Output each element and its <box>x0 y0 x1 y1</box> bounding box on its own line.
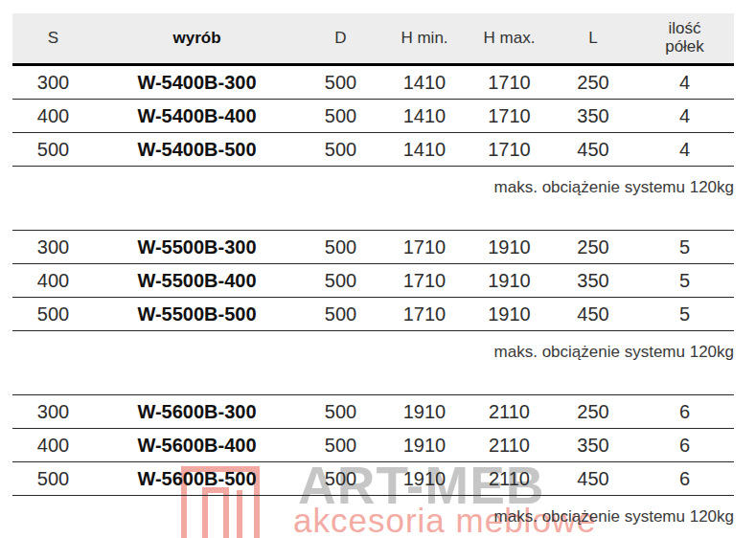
cell-shelves: 6 <box>635 468 734 489</box>
cell-shelves: 5 <box>635 270 734 291</box>
cell-product: W-5600B-400 <box>94 435 300 456</box>
cell-d: 500 <box>300 468 381 489</box>
cell-s: 500 <box>12 139 94 160</box>
cell-d: 500 <box>300 435 381 456</box>
cell-l: 250 <box>551 72 635 93</box>
cell-hmin: 1910 <box>381 468 468 489</box>
cell-s: 500 <box>12 303 94 325</box>
table-content: S wyrób D H min. H max. L ilość półek 30… <box>0 0 756 528</box>
cell-s: 500 <box>12 468 94 489</box>
cell-product: W-5600B-300 <box>94 401 300 422</box>
cell-hmin: 1410 <box>381 72 468 93</box>
cell-hmax: 1910 <box>468 303 551 325</box>
table-row: 400 W-5600B-400 500 1910 2110 350 6 <box>12 429 734 462</box>
cell-d: 500 <box>300 401 381 422</box>
cell-shelves: 5 <box>635 236 734 258</box>
cell-l: 450 <box>551 468 635 489</box>
cell-l: 350 <box>551 105 635 126</box>
cell-shelves: 4 <box>635 139 734 160</box>
col-header-shelves: ilość półek <box>635 20 734 56</box>
cell-d: 500 <box>300 236 381 258</box>
spec-table: S wyrób D H min. H max. L ilość półek 30… <box>12 13 734 528</box>
cell-product: W-5400B-500 <box>94 139 300 160</box>
cell-hmin: 1710 <box>381 303 468 325</box>
cell-shelves: 6 <box>635 435 734 456</box>
table-group-5400: 300 W-5400B-300 500 1410 1710 250 4 400 … <box>12 66 734 167</box>
cell-product: W-5400B-300 <box>94 72 300 93</box>
cell-hmin: 1410 <box>381 139 468 160</box>
cell-l: 350 <box>551 435 635 456</box>
cell-product: W-5600B-500 <box>94 468 300 489</box>
table-row: 400 W-5400B-400 500 1410 1710 350 4 <box>12 100 734 133</box>
table-row: 500 W-5500B-500 500 1710 1910 450 5 <box>12 298 734 331</box>
cell-d: 500 <box>300 270 381 291</box>
cell-d: 500 <box>300 303 381 325</box>
table-row: 400 W-5500B-400 500 1710 1910 350 5 <box>12 264 734 298</box>
cell-product: W-5500B-500 <box>94 303 300 325</box>
cell-hmin: 1710 <box>381 236 468 258</box>
cell-shelves: 4 <box>635 105 734 126</box>
col-header-wyrob: wyrób <box>94 30 300 48</box>
max-load-note: maks. obciążenie systemu 120kg <box>12 176 734 199</box>
cell-hmax: 2110 <box>468 401 551 422</box>
cell-s: 300 <box>12 401 94 422</box>
cell-shelves: 5 <box>635 303 734 325</box>
cell-hmax: 1710 <box>468 139 551 160</box>
cell-product: W-5400B-400 <box>94 105 300 126</box>
cell-hmin: 1710 <box>381 270 468 291</box>
table-header-row: S wyrób D H min. H max. L ilość półek <box>12 13 734 66</box>
cell-l: 250 <box>551 236 635 258</box>
col-header-hmax: H max. <box>468 30 551 48</box>
cell-hmax: 2110 <box>468 468 551 489</box>
col-header-l: L <box>551 30 635 48</box>
spec-sheet: ART-MEB akcesoria meblowe S wyrób D H mi… <box>0 0 756 538</box>
col-header-s: S <box>12 30 94 48</box>
cell-s: 400 <box>12 105 94 126</box>
cell-hmax: 1710 <box>468 72 551 93</box>
cell-s: 300 <box>12 236 94 258</box>
cell-l: 450 <box>551 303 635 325</box>
cell-hmax: 1910 <box>468 270 551 291</box>
table-group-5500: 300 W-5500B-300 500 1710 1910 250 5 400 … <box>12 230 734 331</box>
cell-hmin: 1410 <box>381 105 468 126</box>
col-header-shelves-label: ilość półek <box>660 20 710 56</box>
table-row: 300 W-5400B-300 500 1410 1710 250 4 <box>12 66 734 100</box>
table-row: 500 W-5600B-500 500 1910 2110 450 6 <box>12 462 734 496</box>
table-group-5600: 300 W-5600B-300 500 1910 2110 250 6 400 … <box>12 394 734 496</box>
table-row: 500 W-5400B-500 500 1410 1710 450 4 <box>12 133 734 167</box>
cell-d: 500 <box>300 139 381 160</box>
cell-hmax: 2110 <box>468 435 551 456</box>
cell-d: 500 <box>300 72 381 93</box>
table-row: 300 W-5500B-300 500 1710 1910 250 5 <box>12 231 734 264</box>
cell-product: W-5500B-300 <box>94 236 300 258</box>
max-load-note: maks. obciążenie systemu 120kg <box>12 341 734 364</box>
cell-shelves: 6 <box>635 401 734 422</box>
col-header-hmin: H min. <box>381 30 468 48</box>
table-row: 300 W-5600B-300 500 1910 2110 250 6 <box>12 395 734 429</box>
cell-l: 350 <box>551 270 635 291</box>
cell-product: W-5500B-400 <box>94 270 300 291</box>
cell-s: 400 <box>12 270 94 291</box>
cell-s: 400 <box>12 435 94 456</box>
cell-d: 500 <box>300 105 381 126</box>
cell-l: 250 <box>551 401 635 422</box>
cell-l: 450 <box>551 139 635 160</box>
cell-hmin: 1910 <box>381 401 468 422</box>
cell-hmax: 1710 <box>468 105 551 126</box>
max-load-note: maks. obciążenie systemu 120kg <box>12 505 734 528</box>
col-header-d: D <box>300 30 381 48</box>
cell-hmin: 1910 <box>381 435 468 456</box>
cell-s: 300 <box>12 72 94 93</box>
cell-hmax: 1910 <box>468 236 551 258</box>
cell-shelves: 4 <box>635 72 734 93</box>
